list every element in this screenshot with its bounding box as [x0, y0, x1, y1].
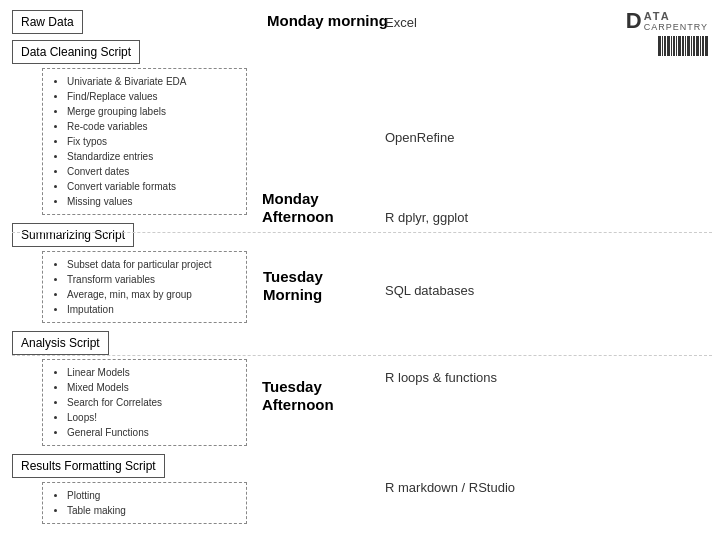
summarizing-box: Summarizing Script [12, 223, 134, 247]
openrefine-tool: OpenRefine [385, 130, 454, 145]
summarizing-label: Summarizing Script [21, 228, 125, 242]
tuesday-morning-label: TuesdayMorning [263, 268, 323, 303]
list-item: Univariate & Bivariate EDA [67, 74, 238, 89]
results-formatting-bullets: Plotting Table making [42, 482, 247, 524]
analysis-box: Analysis Script [12, 331, 109, 355]
list-item: Mixed Models [67, 380, 238, 395]
data-cleaning-box: Data Cleaning Script [12, 40, 140, 64]
r-markdown-tool: R markdown / RStudio [385, 480, 515, 495]
results-formatting-box: Results Formatting Script [12, 454, 165, 478]
results-formatting-label: Results Formatting Script [21, 459, 156, 473]
summarizing-bullets: Subset data for particular project Trans… [42, 251, 247, 323]
page-layout: D ATA CARPENTRY [0, 0, 720, 540]
list-item: Standardize entries [67, 149, 238, 164]
list-item: Search for Correlates [67, 395, 238, 410]
tuesday-morning-slot: TuesdayMorning [263, 268, 323, 304]
r-dplyr-label: R dplyr, ggplot [385, 210, 468, 225]
excel-tool: Excel [385, 15, 417, 30]
data-cleaning-label: Data Cleaning Script [21, 45, 131, 59]
monday-afternoon-label: MondayAfternoon [262, 190, 334, 225]
monday-afternoon-slot: MondayAfternoon [262, 190, 334, 226]
list-item: Find/Replace values [67, 89, 238, 104]
list-item: Imputation [67, 302, 238, 317]
list-item: Average, min, max by group [67, 287, 238, 302]
r-loops-tool: R loops & functions [385, 370, 497, 385]
tuesday-afternoon-label: TuesdayAfternoon [262, 378, 334, 413]
r-markdown-label: R markdown / RStudio [385, 480, 515, 495]
list-item: General Functions [67, 425, 238, 440]
list-item: Subset data for particular project [67, 257, 238, 272]
list-item: Re-code variables [67, 119, 238, 134]
sql-label: SQL databases [385, 283, 474, 298]
raw-data-box: Raw Data [12, 10, 83, 34]
divider-2 [12, 355, 712, 356]
logo-barcode [658, 36, 708, 56]
data-cleaning-bullets: Univariate & Bivariate EDA Find/Replace … [42, 68, 247, 215]
list-item: Table making [67, 503, 238, 518]
list-item: Missing values [67, 194, 238, 209]
tuesday-afternoon-slot: TuesdayAfternoon [262, 378, 334, 414]
list-item: Convert variable formats [67, 179, 238, 194]
r-dplyr-tool: R dplyr, ggplot [385, 210, 468, 225]
list-item: Loops! [67, 410, 238, 425]
openrefine-label: OpenRefine [385, 130, 454, 145]
list-item: Convert dates [67, 164, 238, 179]
left-column: Raw Data Data Cleaning Script Univariate… [12, 10, 247, 524]
list-item: Fix typos [67, 134, 238, 149]
divider-1 [12, 232, 712, 233]
list-item: Merge grouping labels [67, 104, 238, 119]
list-item: Transform variables [67, 272, 238, 287]
raw-data-label: Raw Data [21, 15, 74, 29]
monday-morning-slot: Monday morning [267, 12, 388, 30]
excel-label: Excel [385, 15, 417, 30]
analysis-bullets: Linear Models Mixed Models Search for Co… [42, 359, 247, 446]
list-item: Linear Models [67, 365, 238, 380]
logo-carpentry: CARPENTRY [644, 22, 708, 32]
r-loops-label: R loops & functions [385, 370, 497, 385]
logo-ata: ATA [644, 10, 708, 22]
analysis-label: Analysis Script [21, 336, 100, 350]
list-item: Plotting [67, 488, 238, 503]
sql-tool: SQL databases [385, 283, 474, 298]
logo-d: D [626, 8, 642, 34]
logo: D ATA CARPENTRY [626, 8, 708, 56]
monday-morning-label: Monday morning [267, 12, 388, 29]
